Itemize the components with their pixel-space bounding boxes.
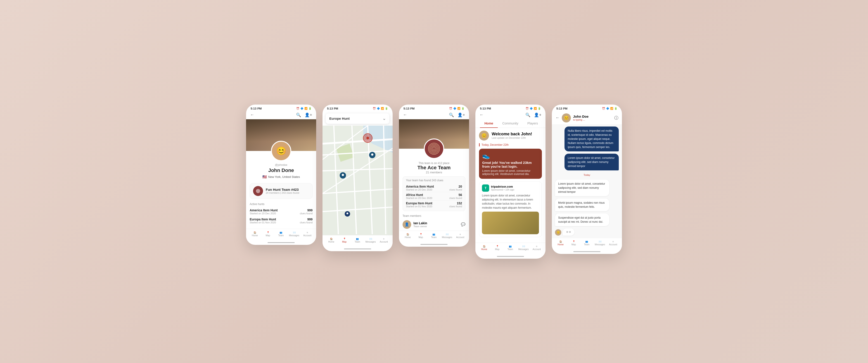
status-icons-2: ⏰ 🔷 📶 🔋 (373, 107, 388, 110)
members-label: Team members (399, 213, 469, 218)
chat-messages[interactable]: Nulla libero risus, imperdiet vel mollis… (552, 124, 622, 238)
nav-map-1[interactable]: 📍 Map (263, 231, 273, 237)
home-icon-1: 🏠 (253, 231, 256, 234)
info-icon[interactable]: ⓘ (614, 115, 618, 121)
battery-icon-3: 🔋 (461, 107, 465, 110)
search-text: Europe Hunt (329, 117, 350, 120)
hunt-clues-0: 999 clues found (300, 208, 313, 215)
nav-team-2[interactable]: 👥 Team (352, 238, 362, 243)
username-1: @johndoe (251, 163, 312, 167)
chat-user-info: John Doe is typing ... (573, 115, 588, 121)
map-icon-5: 📍 (572, 240, 575, 243)
search-icon-4[interactable]: 🔍 (525, 113, 530, 117)
tab-home[interactable]: Home (480, 119, 498, 128)
tab-community[interactable]: Community (498, 119, 523, 128)
nav-map-3[interactable]: 📍 Map (416, 233, 426, 239)
add-person-icon[interactable]: 👤+ (305, 113, 312, 117)
team-clues-label-0: clues found (450, 188, 462, 191)
map-background (322, 126, 393, 235)
nav-messages-5[interactable]: ✉️ Messages (595, 240, 605, 246)
typing-indicator (563, 228, 575, 236)
nav-map-5[interactable]: 📍 Map (569, 240, 579, 246)
phone-map: 5:13 PM ⏰ 🔷 📶 🔋 Europe Hunt ⌄ (322, 104, 393, 251)
hunt-row-team-2: Europa Item Hunt Started on 01 Nov 2020 … (406, 201, 462, 209)
back-icon-3[interactable]: ← (403, 113, 407, 117)
svg-point-31 (433, 148, 435, 150)
nav-map-2[interactable]: 📍 Map (339, 238, 349, 243)
add-person-icon-4[interactable]: 👤+ (534, 113, 541, 117)
add-person-icon-3[interactable]: 👤+ (458, 113, 465, 117)
nav-team-5[interactable]: 👥 Team (582, 240, 592, 246)
chat-username: John Doe (573, 115, 588, 118)
search-icon-3[interactable]: 🔍 (449, 113, 454, 117)
team-icon-nav-4: 👥 (509, 245, 512, 248)
member-name-0: Ian Lakin (413, 221, 427, 225)
profile-name-1: John Done (251, 168, 312, 173)
nav-home-3[interactable]: 🏠 Home (403, 233, 413, 239)
hunt-date-1: Started on 01 Nov 2020 (250, 221, 276, 224)
nav-home-1[interactable]: 🏠 Home (250, 231, 260, 237)
team-clues-count-0: 20 (450, 185, 462, 188)
nav-account-4[interactable]: ≡ Account (532, 245, 541, 250)
home-indicator-1 (268, 242, 295, 243)
nav-account-2[interactable]: ≡ Account (379, 238, 389, 243)
back-icon-5[interactable]: ← (555, 115, 560, 120)
wifi-icon-5: 📶 (610, 107, 613, 110)
nav-map-4[interactable]: 📍 Map (492, 245, 502, 250)
nav-home-2[interactable]: 🏠 Home (327, 238, 336, 243)
nav-actions-3: 🔍 👤+ (449, 113, 465, 117)
home-icon-2: 🏠 (330, 238, 333, 240)
team-icon-nav-2: 👥 (356, 238, 359, 240)
messages-label-1: Messages (289, 234, 300, 237)
hunt-name-0: America Item Hunt Started on 20 Dec 2020 (250, 208, 278, 215)
team-card-1[interactable]: Fun Hunt Team #423 24 members | 243 clue… (250, 183, 313, 199)
team-hunt-clues-2: 152 clues found (450, 202, 462, 208)
home-icon-3: 🏠 (406, 233, 409, 236)
map-label-2: Map (342, 241, 346, 243)
nav-team-3[interactable]: 👥 Team (429, 233, 439, 239)
nav-account-1[interactable]: ≡ Account (302, 231, 312, 237)
home-indicator-2 (344, 248, 371, 249)
message-5: Suspendisse eget dui at justo porta susc… (555, 213, 609, 226)
team-hunt-info-1: Africa Hunt Started on 20 Dec 2020 (406, 193, 432, 200)
wifi-icon-4: 📶 (534, 107, 537, 110)
message-icon-member[interactable]: 💬 (461, 222, 465, 226)
nav-home-5[interactable]: 🏠 Home (556, 240, 566, 246)
messages-label-3: Messages (442, 236, 452, 239)
date-divider: Today (555, 174, 619, 176)
nav-messages-1[interactable]: ✉️ Messages (289, 231, 300, 237)
nav-team-1[interactable]: 👥 Team (276, 231, 286, 237)
welcome-row: 😊 Welcome back John! Last update on Dece… (479, 130, 542, 141)
wifi-icon: 📶 (304, 107, 308, 110)
nav-account-5[interactable]: ≡ Account (608, 240, 618, 246)
team-clues-count-1: 56 (450, 193, 462, 196)
chat-avatar: 😊 (562, 113, 571, 122)
phones-container: 5:13 PM ⏰ 🔷 📶 🔋 ← 🔍 👤+ 😊 @johndoe John D… (246, 104, 622, 259)
message-0: Nulla libero risus, imperdiet vel mollis… (564, 126, 619, 151)
nav-team-4[interactable]: 👥 Team (505, 245, 515, 250)
home-indicator-5 (573, 251, 600, 252)
nav-home-4[interactable]: 🏠 Home (479, 245, 489, 250)
hunt-clues-label-1: clues found (300, 221, 313, 224)
bluetooth-icon-3: 🔷 (453, 107, 456, 110)
back-icon[interactable]: ← (250, 113, 254, 117)
map-search-bar[interactable]: Europe Hunt ⌄ (326, 113, 390, 124)
home-icon-4: 🏠 (483, 245, 486, 248)
nav-account-3[interactable]: ≡ Account (455, 233, 465, 239)
location-text: New York, United States (268, 175, 300, 179)
battery-icon-2: 🔋 (385, 107, 388, 110)
feed-content: 😊 Welcome back John! Last update on Dece… (475, 128, 546, 243)
team-icon-1 (253, 186, 263, 196)
map-icon-3: 📍 (420, 233, 422, 236)
account-label-3: Account (456, 236, 464, 239)
nav-messages-3[interactable]: ✉️ Messages (442, 233, 452, 239)
hunt-date-0: Started on 20 Dec 2020 (250, 212, 278, 215)
back-icon-4[interactable]: ← (479, 113, 484, 117)
nav-messages-2[interactable]: ✉️ Messages (366, 238, 376, 243)
bottom-nav-4: 🏠 Home 📍 Map 👥 Team ✉️ Messages ≡ Accoun… (475, 243, 546, 255)
tab-players[interactable]: Players (523, 119, 542, 128)
team-icon-nav-1: 👥 (280, 231, 282, 234)
nav-messages-4[interactable]: ✉️ Messages (518, 245, 529, 250)
search-icon[interactable]: 🔍 (296, 113, 301, 117)
status-bar-1: 5:13 PM ⏰ 🔷 📶 🔋 (246, 104, 316, 112)
